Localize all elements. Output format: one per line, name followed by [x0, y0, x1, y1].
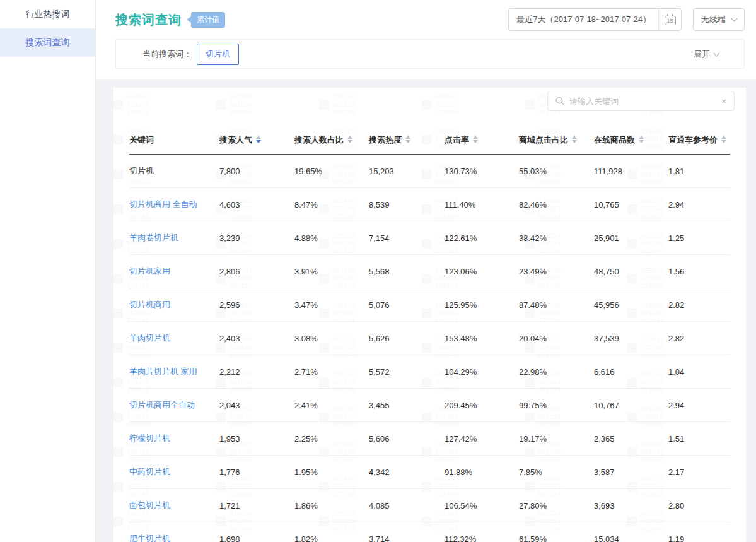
table-cell: 112.32% [445, 522, 519, 542]
table-cell: 5,626 [369, 322, 445, 355]
table-row: 面包切片机1,7211.86%4,085106.54%27.80%3,6932.… [129, 489, 730, 522]
calendar-button[interactable]: 15 [658, 9, 681, 30]
date-range-label[interactable]: 最近7天（2017-07-18~2017-07-24） [509, 9, 658, 30]
table-cell: 1,721 [219, 489, 294, 522]
expand-label: 展开 [694, 49, 710, 60]
table-cell: 127.42% [445, 422, 519, 456]
table-cell: 61.59% [519, 522, 594, 542]
column-header-4[interactable]: 点击率 [445, 125, 519, 155]
header: 搜索词查询 累计值 最近7天（2017-07-18~2017-07-24） 15… [96, 0, 756, 79]
table-cell: 23.49% [519, 255, 594, 288]
keyword-link[interactable]: 切片机家用 [129, 255, 219, 288]
sort-desc-icon [347, 140, 352, 143]
table-cell: 2,403 [219, 322, 294, 355]
table-row: 切片机商用 全自动4,6038.47%8,539111.40%82.46%10,… [129, 188, 730, 221]
column-header-label: 商城点击占比 [519, 135, 568, 144]
keyword-link[interactable]: 羊肉卷切片机 [129, 221, 219, 255]
keyword-search-input[interactable] [569, 97, 716, 106]
current-search-filter-bar: 当前搜索词： 切片机 展开 [115, 39, 745, 69]
device-selector-label: 无线端 [701, 14, 726, 25]
table-cell: 20.04% [519, 322, 594, 355]
table-cell: 1.51 [668, 422, 730, 456]
column-header-2[interactable]: 搜索人数占比 [294, 125, 369, 155]
table-cell: 38.42% [519, 221, 594, 255]
table-cell: 2,043 [219, 389, 294, 422]
sort-arrows-icon[interactable] [572, 136, 577, 143]
table-row: 切片机家用2,8063.91%5,568123.06%23.49%48,7501… [129, 255, 730, 288]
sort-asc-icon [256, 136, 261, 139]
table-cell: 27.80% [519, 489, 594, 522]
table-cell: 15,034 [594, 522, 668, 542]
column-header-5[interactable]: 商城点击占比 [519, 125, 594, 155]
sort-arrows-icon[interactable] [405, 136, 410, 143]
column-header-7[interactable]: 直通车参考价 [668, 125, 730, 155]
table-row: 切片机商用全自动2,0432.41%3,455209.45%99.75%10,7… [129, 389, 730, 422]
sort-arrows-icon[interactable] [256, 136, 261, 143]
table-cell: 4,603 [219, 188, 294, 221]
sort-arrows-icon[interactable] [639, 136, 644, 143]
current-search-label: 当前搜索词： [142, 49, 192, 60]
keyword-link[interactable]: 柠檬切片机 [129, 422, 219, 456]
column-header-label: 直通车参考价 [668, 135, 718, 144]
expand-toggle[interactable]: 展开 [694, 49, 719, 60]
table-cell: 3,714 [369, 522, 445, 542]
column-header-6[interactable]: 在线商品数 [594, 125, 668, 155]
sidebar-item-0[interactable]: 行业热搜词 [0, 0, 95, 28]
device-selector-dropdown[interactable]: 无线端 [693, 8, 745, 31]
sort-desc-icon [405, 140, 410, 143]
sort-desc-icon [721, 140, 726, 143]
table-row: 切片机7,80019.65%15,203130.73%55.03%111,928… [129, 155, 730, 188]
sort-asc-icon [405, 136, 410, 139]
keyword-link[interactable]: 面包切片机 [129, 489, 219, 522]
table-cell: 2.82 [668, 288, 730, 322]
column-header-3[interactable]: 搜索热度 [369, 125, 445, 155]
column-header-label: 点击率 [445, 135, 469, 144]
column-header-label: 关键词 [129, 135, 154, 144]
table-cell: 25,901 [594, 221, 668, 255]
sidebar-item-1[interactable]: 搜索词查询 [0, 28, 95, 57]
sort-arrows-icon[interactable] [347, 136, 352, 143]
table-row: 切片机商用2,5963.47%5,076125.95%87.48%45,9562… [129, 288, 730, 322]
sort-asc-icon [639, 136, 644, 139]
keyword-link[interactable]: 中药切片机 [129, 456, 219, 489]
table-cell: 123.06% [445, 255, 519, 288]
keyword-link[interactable]: 羊肉切片机 [129, 322, 219, 355]
table-cell: 1.19 [668, 522, 730, 542]
keyword-link[interactable]: 羊肉片切片机 家用 [129, 355, 219, 389]
sort-arrows-icon[interactable] [721, 136, 726, 143]
keyword-link[interactable]: 切片机商用全自动 [129, 389, 219, 422]
table-cell: 87.48% [519, 288, 594, 322]
table-cell: 3,239 [219, 221, 294, 255]
cumulative-badge: 累计值 [187, 12, 225, 28]
sort-asc-icon [473, 136, 478, 139]
table-cell: 1.25 [668, 221, 730, 255]
table-cell: 1.86% [294, 489, 369, 522]
table-cell: 2.80 [668, 489, 730, 522]
table-cell: 37,539 [594, 322, 668, 355]
table-cell: 2.82 [668, 322, 730, 355]
table-cell: 2.71% [294, 355, 369, 389]
table-cell: 5,606 [369, 422, 445, 456]
table-cell: 55.03% [519, 155, 594, 188]
table-cell: 19.65% [294, 155, 369, 188]
current-keyword-button[interactable]: 切片机 [197, 44, 239, 65]
column-header-1[interactable]: 搜索人气 [219, 125, 294, 155]
table-cell: 2,212 [219, 355, 294, 389]
table-cell: 153.48% [445, 322, 519, 355]
table-cell: 22.98% [519, 355, 594, 389]
column-header-label: 在线商品数 [594, 135, 635, 144]
keyword-link[interactable]: 切片机商用 全自动 [129, 188, 219, 221]
badge-label: 累计值 [191, 12, 225, 28]
badge-arrow-icon [187, 16, 191, 23]
clear-search-icon[interactable]: × [721, 97, 726, 105]
table-cell: 15,203 [369, 155, 445, 188]
table-cell: 3.47% [294, 288, 369, 322]
table-cell: 2,596 [219, 288, 294, 322]
sort-arrows-icon[interactable] [473, 136, 478, 143]
keyword-link[interactable]: 切片机商用 [129, 288, 219, 322]
sidebar: 行业热搜词搜索词查询 [0, 0, 96, 542]
keyword-link[interactable]: 肥牛切片机 [129, 522, 219, 542]
date-range-picker[interactable]: 最近7天（2017-07-18~2017-07-24） 15 [508, 8, 682, 31]
table-cell: 2.17 [668, 456, 730, 489]
table-cell: 1,953 [219, 422, 294, 456]
